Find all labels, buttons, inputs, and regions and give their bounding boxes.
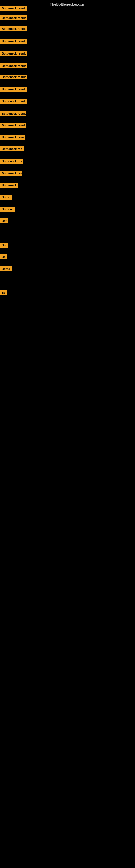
bottleneck-result-badge: Bottlene [0, 207, 15, 212]
bottleneck-result-badge: Bottleneck result [0, 39, 27, 44]
bottleneck-result-badge: Bottleneck res [0, 171, 22, 176]
bottleneck-result-badge: Bot [0, 243, 8, 248]
bottleneck-result-badge: Bo [0, 254, 7, 259]
bottleneck-result-badge: Bottleneck result [0, 63, 27, 68]
bottleneck-result-badge: Bot [0, 218, 8, 223]
bottleneck-result-badge: Bottleneck result [0, 26, 27, 31]
bottleneck-result-badge: Bo [0, 290, 7, 295]
bottleneck-result-badge: Bottleneck result [0, 99, 27, 104]
bottleneck-result-badge: Bottleneck [0, 183, 18, 188]
bottleneck-result-badge: Bottleneck res [0, 147, 24, 151]
bottleneck-result-badge: Bottleneck result [0, 111, 26, 116]
bottleneck-result-badge: Bottleneck resu [0, 135, 25, 140]
bottleneck-result-badge: Bottle [0, 195, 12, 199]
bottleneck-result-badge: Bottle [0, 267, 12, 271]
bottleneck-result-badge: Bottleneck result [0, 16, 27, 20]
bottleneck-result-badge: Bottleneck result [0, 87, 27, 92]
bottleneck-result-badge: Bottleneck result [0, 51, 27, 56]
bottleneck-result-badge: Bottleneck res [0, 159, 23, 163]
bottleneck-result-badge: Bottleneck result [0, 123, 26, 128]
bottleneck-result-badge: Bottleneck result [0, 6, 27, 11]
bottleneck-result-badge: Bottleneck result [0, 74, 27, 80]
